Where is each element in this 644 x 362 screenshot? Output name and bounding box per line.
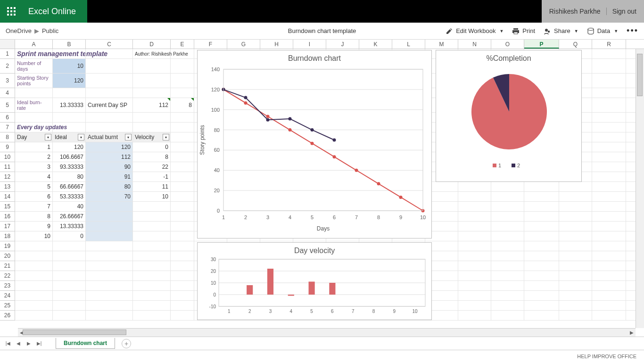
column-header-G[interactable]: G: [227, 40, 260, 49]
tab-nav-prev[interactable]: ◀: [14, 339, 23, 348]
data-button[interactable]: Data ▼: [587, 27, 618, 35]
cell-N19[interactable]: [458, 241, 491, 251]
cell-O20[interactable]: [491, 251, 524, 261]
cell-R9[interactable]: [592, 142, 626, 152]
cell-E15[interactable]: [171, 202, 194, 211]
cell-R19[interactable]: [592, 241, 626, 251]
cell-E17[interactable]: [171, 222, 194, 231]
cell-P23[interactable]: [524, 281, 559, 290]
cell-A18[interactable]: 10: [15, 231, 53, 241]
column-header-H[interactable]: H: [260, 40, 293, 49]
cell-N17[interactable]: [458, 222, 491, 231]
row-header-20[interactable]: 20: [0, 251, 15, 261]
cell-E11[interactable]: [171, 162, 194, 172]
column-header-K[interactable]: K: [359, 40, 392, 49]
cell-O22[interactable]: [491, 271, 524, 280]
column-header-P[interactable]: P: [524, 40, 559, 49]
cell-C9[interactable]: 120: [86, 142, 133, 152]
cell-C12[interactable]: 91: [86, 172, 133, 181]
cell-O18[interactable]: [491, 231, 524, 241]
cell-A3[interactable]: Starting Story points: [15, 74, 53, 88]
column-header-M[interactable]: M: [425, 40, 458, 49]
cell-C16[interactable]: [86, 212, 133, 221]
cell-B17[interactable]: 13.33333: [53, 222, 86, 231]
row-header-13[interactable]: 13: [0, 182, 15, 192]
cell-E24[interactable]: [171, 291, 194, 300]
cell-N26[interactable]: [458, 311, 491, 320]
cell-E25[interactable]: [171, 301, 194, 310]
cell-C22[interactable]: [86, 271, 133, 280]
row-header-7[interactable]: 7: [0, 123, 15, 132]
app-launcher-button[interactable]: [0, 0, 23, 23]
cell-B5[interactable]: 13.33333: [53, 98, 86, 112]
row-header-21[interactable]: 21: [0, 261, 15, 271]
cell-B19[interactable]: [53, 241, 86, 251]
cell-O19[interactable]: [491, 241, 524, 251]
cell-E22[interactable]: [171, 271, 194, 280]
cell-R15[interactable]: [592, 202, 626, 211]
scrollbar-thumb[interactable]: [637, 54, 643, 96]
cell-A13[interactable]: 5: [15, 182, 53, 191]
cell-R8[interactable]: [592, 132, 626, 142]
completion-pie-chart[interactable]: %Completion 12: [436, 50, 582, 182]
cell-E10[interactable]: [171, 152, 194, 162]
cell-C4[interactable]: [86, 88, 133, 98]
cell-R10[interactable]: [592, 152, 626, 162]
column-header-R[interactable]: R: [592, 40, 626, 49]
cell-Q20[interactable]: [559, 251, 592, 261]
cell-D12[interactable]: -1: [133, 172, 171, 181]
cell-D11[interactable]: 22: [133, 162, 171, 172]
cell-R17[interactable]: [592, 222, 626, 231]
row-header-24[interactable]: 24: [0, 291, 15, 301]
cell-R20[interactable]: [592, 251, 626, 261]
cell-D26[interactable]: [133, 311, 171, 320]
column-header-N[interactable]: N: [458, 40, 491, 49]
cell-R23[interactable]: [592, 281, 626, 290]
cell-B26[interactable]: [53, 311, 86, 320]
cell-C5[interactable]: Current Day SP: [86, 98, 133, 112]
filter-button[interactable]: ▾: [163, 134, 169, 140]
cell-E12[interactable]: [171, 172, 194, 181]
cell-R13[interactable]: [592, 182, 626, 191]
cell-C6[interactable]: [86, 113, 133, 122]
cell-C24[interactable]: [86, 291, 133, 300]
cell-B22[interactable]: [53, 271, 86, 280]
cell-D21[interactable]: [133, 261, 171, 271]
cell-B21[interactable]: [53, 261, 86, 271]
filter-button[interactable]: ▾: [45, 134, 51, 140]
row-header-19[interactable]: 19: [0, 241, 15, 251]
breadcrumb-onedrive[interactable]: OneDrive: [6, 27, 32, 34]
cell-N24[interactable]: [458, 291, 491, 300]
row-header-23[interactable]: 23: [0, 281, 15, 291]
breadcrumb-public[interactable]: Public: [42, 27, 58, 34]
cell-R2[interactable]: [592, 59, 626, 73]
cell-B12[interactable]: 80: [53, 172, 86, 181]
cell-A11[interactable]: 3: [15, 162, 53, 172]
cell-N25[interactable]: [458, 301, 491, 310]
cell-D9[interactable]: 0: [133, 142, 171, 152]
cell-P18[interactable]: [524, 231, 559, 241]
cell-B8[interactable]: Ideal▾: [53, 132, 86, 142]
row-header-4[interactable]: 4: [0, 88, 15, 98]
help-improve-link[interactable]: HELP IMPROVE OFFICE: [577, 354, 636, 359]
filter-button[interactable]: ▾: [78, 134, 84, 140]
cell-R12[interactable]: [592, 172, 626, 181]
cell-R1[interactable]: [592, 49, 626, 58]
cell-B14[interactable]: 53.33333: [53, 192, 86, 201]
cell-C3[interactable]: [86, 74, 133, 88]
cell-E5[interactable]: 8: [171, 98, 194, 112]
cell-R22[interactable]: [592, 271, 626, 280]
cell-D25[interactable]: [133, 301, 171, 310]
cell-B7[interactable]: [53, 123, 86, 132]
cell-D5[interactable]: 112: [133, 98, 171, 112]
row-header-3[interactable]: 3: [0, 74, 15, 88]
cell-A24[interactable]: [15, 291, 53, 300]
cell-O17[interactable]: [491, 222, 524, 231]
cell-C7[interactable]: [86, 123, 133, 132]
tab-nav-last[interactable]: ▶|: [35, 339, 43, 348]
cell-N15[interactable]: [458, 202, 491, 211]
cell-A2[interactable]: Number of days: [15, 59, 53, 73]
row-header-22[interactable]: 22: [0, 271, 15, 281]
cell-E20[interactable]: [171, 251, 194, 261]
share-button[interactable]: Share ▼: [544, 27, 578, 35]
